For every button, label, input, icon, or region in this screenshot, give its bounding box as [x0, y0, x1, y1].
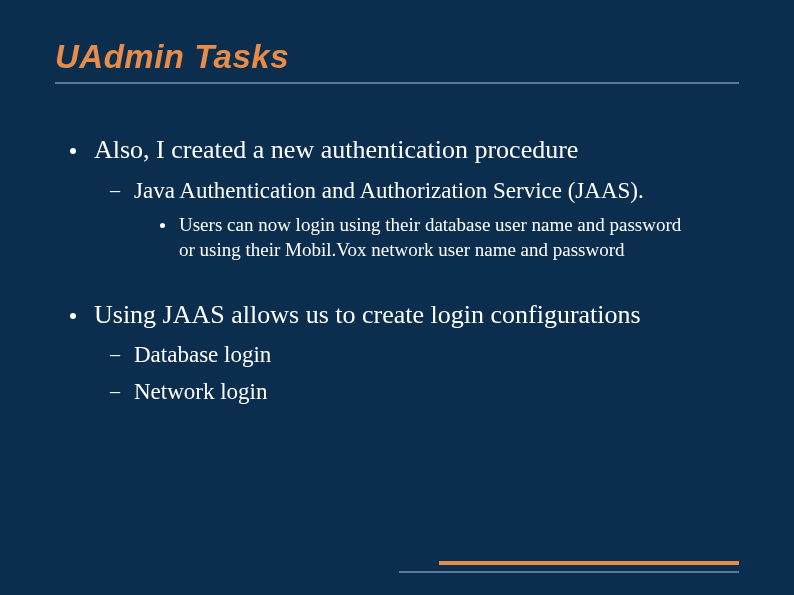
bullet-level1: Using JAAS allows us to create login con…	[70, 299, 739, 332]
bullet-level2: – Java Authentication and Authorization …	[110, 177, 739, 206]
slide: UAdmin Tasks Also, I created a new authe…	[0, 0, 794, 595]
bullet-text: Using JAAS allows us to create login con…	[94, 299, 641, 332]
bullet-level3: Users can now login using their database…	[160, 213, 739, 262]
bullet-dot-icon	[160, 223, 165, 228]
bullet-level2: – Network login	[110, 378, 739, 407]
title-underline	[55, 82, 739, 84]
footer-line-secondary	[399, 571, 739, 573]
bullet-dot-icon	[70, 148, 76, 154]
bullet-text: Also, I created a new authentication pro…	[94, 134, 578, 167]
footer-line-accent	[439, 561, 739, 565]
bullet-dash-icon: –	[110, 179, 120, 202]
bullet-text: Java Authentication and Authorization Se…	[134, 177, 644, 206]
slide-content: Also, I created a new authentication pro…	[55, 134, 739, 407]
bullet-text: Database login	[134, 341, 271, 370]
bullet-text: Network login	[134, 378, 268, 407]
bullet-level1: Also, I created a new authentication pro…	[70, 134, 739, 167]
bullet-text: Users can now login using their database…	[179, 213, 739, 262]
bullet-level2: – Database login	[110, 341, 739, 370]
slide-title: UAdmin Tasks	[55, 38, 739, 76]
bullet-dash-icon: –	[110, 380, 120, 403]
spacer	[70, 271, 739, 299]
bullet-dot-icon	[70, 313, 76, 319]
footer-decoration	[399, 561, 739, 573]
bullet-dash-icon: –	[110, 343, 120, 366]
